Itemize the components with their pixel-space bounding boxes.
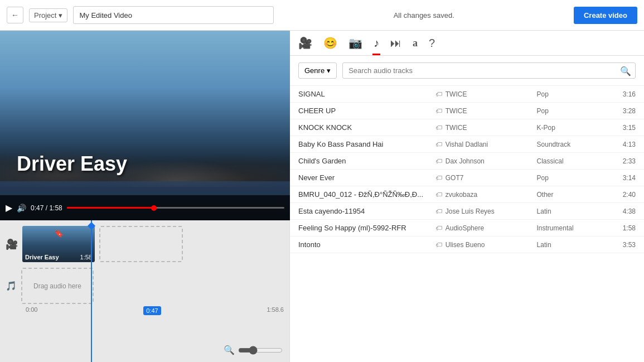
text-tab[interactable]: a xyxy=(413,37,418,55)
track-artist: TWICE xyxy=(446,124,537,132)
progress-dot xyxy=(151,205,157,211)
left-panel: Driver Easy ▶ 🔊 0:47 / 1:58 🎥 🔖 xyxy=(0,31,290,362)
track-tag-icon: 🏷 xyxy=(435,90,442,98)
track-genre: Pop xyxy=(537,90,606,98)
audio-tab[interactable]: ♪ xyxy=(374,37,379,55)
track-title: Feeling So Happy (ml)-5992-RFR xyxy=(298,224,435,232)
audio-track-row: 🎵 Drag audio here xyxy=(6,268,284,304)
genre-button[interactable]: Genre ▾ xyxy=(298,62,337,79)
track-duration: 2:40 xyxy=(605,191,636,199)
back-button[interactable]: ← xyxy=(7,7,23,23)
video-background: Driver Easy xyxy=(0,31,290,220)
title-input[interactable] xyxy=(73,6,274,24)
project-dropdown-icon: ▾ xyxy=(59,11,62,20)
track-row[interactable]: Intonto 🏷 Ulises Bueno Latin 3:53 xyxy=(290,236,644,253)
create-video-button[interactable]: Create video xyxy=(574,7,637,24)
track-row[interactable]: Baby Ko Bass Pasand Hai 🏷 Vishal Dadlani… xyxy=(290,136,644,153)
track-tag-icon: 🏷 xyxy=(435,174,442,182)
track-duration: 4:13 xyxy=(605,141,636,148)
track-tag-icon: 🏷 xyxy=(435,191,442,199)
track-row[interactable]: Feeling So Happy (ml)-5992-RFR 🏷 AudioSp… xyxy=(290,220,644,236)
track-tag-icon: 🏷 xyxy=(435,207,442,215)
project-label: Project xyxy=(34,11,56,20)
search-container: 🔍 xyxy=(342,62,636,79)
volume-button[interactable]: 🔊 xyxy=(17,204,26,213)
genre-dropdown-icon: ▾ xyxy=(327,66,331,75)
track-duration: 1:58 xyxy=(605,224,636,232)
progress-fill xyxy=(67,207,154,209)
track-title: Child's Garden xyxy=(298,157,435,165)
help-tab[interactable]: ? xyxy=(429,37,435,55)
track-title: Baby Ko Bass Pasand Hai xyxy=(298,140,435,148)
emoji-tab[interactable]: 😊 xyxy=(323,36,337,55)
ruler-start: 0:00 xyxy=(26,306,37,315)
zoom-slider[interactable] xyxy=(238,346,283,355)
track-genre: Classical xyxy=(537,157,606,165)
empty-drop-zone xyxy=(99,226,183,262)
save-status: All changes saved. xyxy=(279,11,568,20)
track-row[interactable]: Esta cayendo-11954 🏷 Jose Luis Reyes Lat… xyxy=(290,203,644,220)
genre-label: Genre xyxy=(304,66,325,75)
track-genre: Latin xyxy=(537,241,606,249)
timeline-ruler: 0:00 0:47 1:58.6 xyxy=(6,304,284,315)
video-preview: Driver Easy ▶ 🔊 0:47 / 1:58 xyxy=(0,31,290,220)
right-panel: 🎥 😊 📷 ♪ ⏭ a ? Genre ▾ 🔍 SIGNAL 🏷 TWICE P… xyxy=(290,31,644,362)
video-controls: ▶ 🔊 0:47 / 1:58 xyxy=(0,195,290,220)
track-row[interactable]: SIGNAL 🏷 TWICE Pop 3:16 xyxy=(290,86,644,103)
track-genre: Instrumental xyxy=(537,224,606,232)
audio-toolbar: Genre ▾ 🔍 xyxy=(290,56,644,86)
zoom-icon[interactable]: 🔍 xyxy=(224,345,235,355)
tabs-bar: 🎥 😊 📷 ♪ ⏭ a ? xyxy=(290,31,644,56)
track-artist: AudioSphere xyxy=(446,224,537,232)
project-selector[interactable]: Project ▾ xyxy=(29,8,67,22)
track-duration: 3:28 xyxy=(605,107,636,115)
track-artist: TWICE xyxy=(446,107,537,115)
current-time-badge: 0:47 xyxy=(143,306,161,315)
zoom-controls: 🔍 xyxy=(224,345,283,355)
track-title: Never Ever xyxy=(298,173,435,182)
track-title: SIGNAL xyxy=(298,90,435,98)
search-icon: 🔍 xyxy=(620,65,631,76)
track-title: Intonto xyxy=(298,240,435,249)
video-tab[interactable]: 🎥 xyxy=(298,36,312,55)
transitions-tab[interactable]: ⏭ xyxy=(390,37,401,55)
track-list: SIGNAL 🏷 TWICE Pop 3:16 CHEER UP 🏷 TWICE… xyxy=(290,86,644,362)
track-artist: Ulises Bueno xyxy=(446,241,537,249)
track-duration: 3:14 xyxy=(605,174,636,182)
video-track-row: 🎥 🔖 Driver Easy 1:58 xyxy=(6,226,284,262)
back-icon: ← xyxy=(11,11,19,20)
video-clip[interactable]: 🔖 Driver Easy 1:58 xyxy=(22,226,95,262)
track-artist: zvukobaza xyxy=(446,191,537,199)
track-row[interactable]: KNOCK KNOCK 🏷 TWICE K-Pop 3:15 xyxy=(290,119,644,136)
clip-marker-icon: 🔖 xyxy=(54,229,64,238)
track-tag-icon: 🏷 xyxy=(435,224,442,232)
search-input[interactable] xyxy=(342,62,636,79)
video-overlay-text: Driver Easy xyxy=(17,152,127,176)
clip-duration: 1:58 xyxy=(80,254,92,260)
track-artist: Vishal Dadlani xyxy=(446,141,537,148)
track-tag-icon: 🏷 xyxy=(435,107,442,115)
track-duration: 2:33 xyxy=(605,157,636,165)
track-artist: Dax Johnson xyxy=(446,157,537,165)
track-artist: Jose Luis Reyes xyxy=(446,207,537,215)
photo-tab[interactable]: 📷 xyxy=(348,36,362,55)
timeline: 🎥 🔖 Driver Easy 1:58 🎵 Drag audio here xyxy=(0,220,289,362)
track-genre: Soundtrack xyxy=(537,141,606,148)
track-row[interactable]: Child's Garden 🏷 Dax Johnson Classical 2… xyxy=(290,153,644,170)
track-title: Esta cayendo-11954 xyxy=(298,207,435,215)
clip-label: Driver Easy xyxy=(25,254,59,260)
track-artist: TWICE xyxy=(446,90,537,98)
track-tag-icon: 🏷 xyxy=(435,157,442,165)
ruler-end: 1:58.6 xyxy=(267,306,284,315)
track-title: KNOCK KNOCK xyxy=(298,123,435,132)
play-button[interactable]: ▶ xyxy=(6,202,12,213)
track-genre: Pop xyxy=(537,174,606,182)
track-row[interactable]: CHEER UP 🏷 TWICE Pop 3:28 xyxy=(290,103,644,119)
time-display: 0:47 / 1:58 xyxy=(31,204,62,212)
track-genre: Pop xyxy=(537,107,606,115)
progress-bar[interactable] xyxy=(67,207,284,209)
track-row[interactable]: Never Ever 🏷 GOT7 Pop 3:14 xyxy=(290,170,644,186)
track-duration: 3:15 xyxy=(605,124,636,132)
track-row[interactable]: BMRU_040_012 - ĐžÑ,Đ°ÑŽÑ‰Đ,Đ... 🏷 zvukob… xyxy=(290,186,644,203)
track-genre: Other xyxy=(537,191,606,199)
